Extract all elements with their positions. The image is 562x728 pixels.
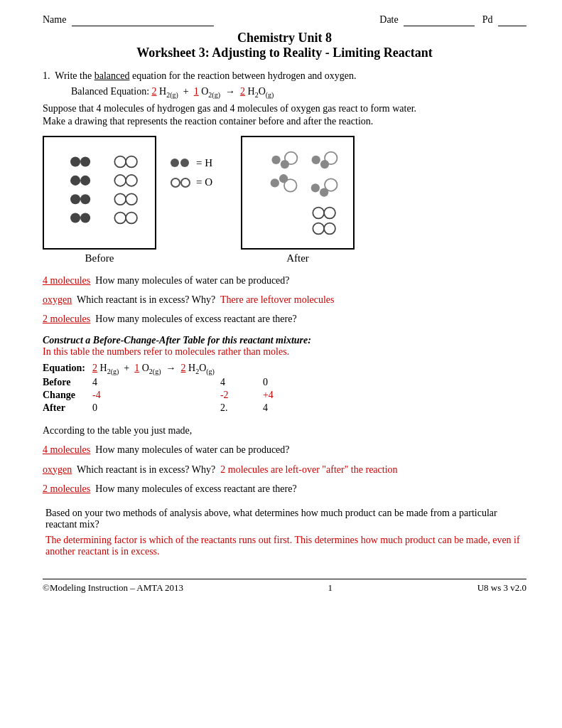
q1-text: 1. Write the balanced equation for the r… (43, 70, 526, 82)
excess2-line: oxygen Which reactant is in excess? Why?… (43, 461, 526, 478)
title-line1: Chemistry Unit 8 (43, 31, 526, 46)
change-label-cell: Change (43, 389, 92, 402)
equation-label: Equation: (43, 362, 92, 376)
svg-point-14 (114, 212, 126, 223)
after-label: After (286, 252, 309, 264)
water2-line: 4 molecules How many molecules of water … (43, 441, 526, 459)
analysis-block: Based on your two methods of analysis ab… (43, 508, 526, 557)
svg-point-32 (313, 207, 324, 218)
change-h2-cell: -4 (92, 389, 220, 402)
svg-point-20 (271, 156, 280, 164)
excess-count-q: How many molecules of excess reactant ar… (95, 314, 296, 324)
svg-point-19 (181, 178, 190, 187)
svg-point-18 (171, 178, 180, 187)
q1-answers: 4 molecules How many molecules of water … (43, 272, 526, 328)
svg-point-8 (114, 156, 126, 167)
coeff3: 2 (240, 86, 245, 97)
after-h2o-cell: 4 (263, 402, 306, 414)
coeff1: 2 (152, 86, 157, 97)
svg-point-25 (284, 179, 297, 192)
before-diagram (51, 144, 161, 241)
svg-point-24 (279, 174, 288, 183)
leftover2-text: 2 molecules are left-over "after" the re… (220, 464, 397, 475)
water-molecules-answer: 4 molecules (43, 275, 90, 286)
q1-desc1: Suppose that 4 molecules of hydrogen gas… (43, 103, 526, 114)
svg-point-10 (114, 175, 126, 186)
after-label-cell: After (43, 402, 92, 414)
svg-point-34 (313, 223, 324, 234)
svg-point-22 (285, 151, 298, 164)
svg-point-35 (324, 223, 335, 234)
name-label: Name (43, 14, 66, 25)
svg-point-5 (80, 194, 90, 204)
construct-italic: Construct a Before-Change-After Table fo… (43, 335, 311, 346)
before-o2-cell: 4 (220, 376, 263, 389)
before-label: Before (85, 252, 114, 264)
svg-point-1 (80, 156, 90, 166)
q1-answers2: According to the table you just made, 4 … (43, 422, 526, 498)
after-diagram (249, 144, 360, 241)
excess2-answer: oxygen (43, 464, 72, 475)
construct-text: Construct a Before-Change-After Table fo… (43, 335, 526, 346)
coeff2: 1 (194, 86, 199, 97)
change-o2-cell: -2 (220, 389, 263, 402)
svg-point-29 (311, 183, 320, 192)
svg-point-11 (126, 175, 137, 186)
name-section: Name (43, 14, 214, 26)
analysis-question: Based on your two methods of analysis ab… (43, 508, 526, 530)
analysis-answer: The determining factor is which of the r… (43, 535, 526, 557)
title-block: Chemistry Unit 8 Worksheet 3: Adjusting … (43, 31, 526, 60)
before-box (43, 136, 156, 250)
o-legend-icon (171, 176, 190, 189)
question-1: 1. Write the balanced equation for the r… (43, 70, 526, 557)
svg-point-17 (180, 159, 189, 167)
q1-desc2: Make a drawing that represents the react… (43, 116, 526, 127)
footer-copyright: ©Modeling Instruction – AMTA 2013 (43, 582, 183, 594)
legend-o-text: = O (196, 176, 212, 188)
balanced-label: Balanced Equation: (71, 86, 149, 97)
water2-answer: 4 molecules (43, 444, 90, 455)
intro-line: According to the table you just made, (43, 422, 526, 439)
pd-field[interactable] (498, 14, 526, 26)
after-h2-cell: 0 (92, 402, 220, 414)
excess-count2-line: 2 molecules How many molecules of excess… (43, 480, 526, 498)
legend-block: = H = O (171, 136, 212, 189)
svg-point-26 (312, 156, 320, 164)
bca-eq-content: 2 H2(g) + 1 O2(g) → 2 H2O(g) (92, 362, 220, 376)
change-h2o-cell: +4 (263, 389, 306, 402)
bca-after-row: After 0 2. 4 (43, 402, 306, 414)
svg-point-15 (126, 212, 137, 223)
footer-page: 1 (328, 582, 333, 594)
svg-point-3 (80, 176, 90, 186)
svg-point-21 (281, 160, 289, 168)
footer: ©Modeling Instruction – AMTA 2013 1 U8 w… (43, 579, 526, 594)
legend-h: = H (171, 157, 212, 169)
name-field[interactable] (72, 14, 214, 26)
svg-point-23 (271, 178, 279, 187)
svg-point-16 (171, 159, 179, 167)
before-label-cell: Before (43, 376, 92, 389)
svg-point-28 (325, 151, 337, 164)
legend-h-text: = H (196, 157, 212, 169)
date-field[interactable] (404, 14, 475, 26)
bca-before-row: Before 4 4 0 (43, 376, 306, 389)
pd-label: Pd (482, 14, 493, 25)
svg-point-31 (325, 178, 337, 191)
svg-point-33 (324, 207, 335, 218)
leftover-text: There are leftover molecules (220, 294, 335, 305)
excess-count-answer: 2 molecules (43, 314, 90, 324)
after-o2-cell: 2. (220, 402, 263, 414)
svg-point-0 (70, 156, 80, 166)
water2-q: How many molecules of water can be produ… (95, 444, 289, 455)
svg-point-13 (126, 193, 137, 205)
excess2-q: Which reactant is in excess? Why? (77, 464, 215, 475)
svg-point-2 (70, 176, 80, 186)
excess-line: oxygen Which reactant is in excess? Why?… (43, 291, 526, 309)
before-h2o-cell: 0 (263, 376, 306, 389)
bca-table: Equation: 2 H2(g) + 1 O2(g) → 2 H2O(g) B… (43, 362, 306, 414)
balanced-equation: Balanced Equation: 2 H2(g) + 1 O2(g) → 2… (71, 86, 526, 99)
title-line2: Worksheet 3: Adjusting to Reality - Limi… (43, 46, 526, 60)
h-legend-icon (171, 157, 190, 168)
drawings-row: Before = H = O (43, 136, 526, 264)
excess-answer: oxygen (43, 294, 72, 305)
